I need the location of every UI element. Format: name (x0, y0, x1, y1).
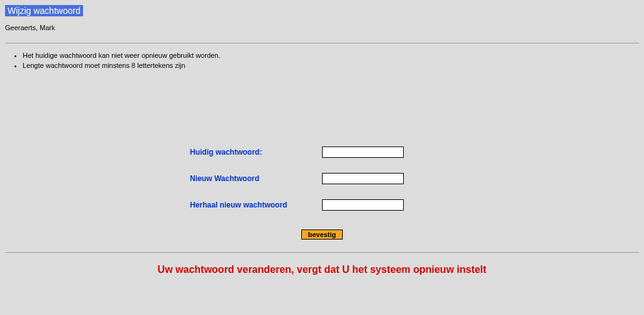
confirm-button[interactable]: bevestig (301, 229, 343, 240)
repeat-password-label: Herhaal nieuw wachtwoord (190, 201, 322, 209)
confirm-row: bevestig (301, 229, 343, 240)
current-password-row: Huidig wachtwoord: (190, 146, 454, 158)
username-label: Geeraerts, Mark (5, 24, 639, 31)
rules-list: Het huidige wachtwoord kan niet weer opn… (23, 51, 639, 71)
new-password-input[interactable] (322, 173, 404, 184)
new-password-label: Nieuw Wachtwoord (190, 174, 322, 183)
current-password-input[interactable] (322, 146, 404, 158)
page-title: Wijzig wachtwoord (5, 5, 83, 16)
new-password-row: Nieuw Wachtwoord (190, 173, 454, 184)
rule-item: Lengte wachtwoord moet minstens 8 letter… (23, 61, 639, 71)
repeat-password-input[interactable] (322, 199, 404, 211)
password-form: Huidig wachtwoord: Nieuw Wachtwoord Herh… (5, 146, 639, 240)
divider-bottom (5, 252, 639, 253)
warning-message: Uw wachtwoord veranderen, vergt dat U he… (5, 264, 639, 275)
current-password-label: Huidig wachtwoord: (190, 148, 322, 157)
repeat-password-row: Herhaal nieuw wachtwoord (190, 199, 454, 211)
divider-top (5, 43, 639, 43)
rule-item: Het huidige wachtwoord kan niet weer opn… (23, 51, 639, 61)
